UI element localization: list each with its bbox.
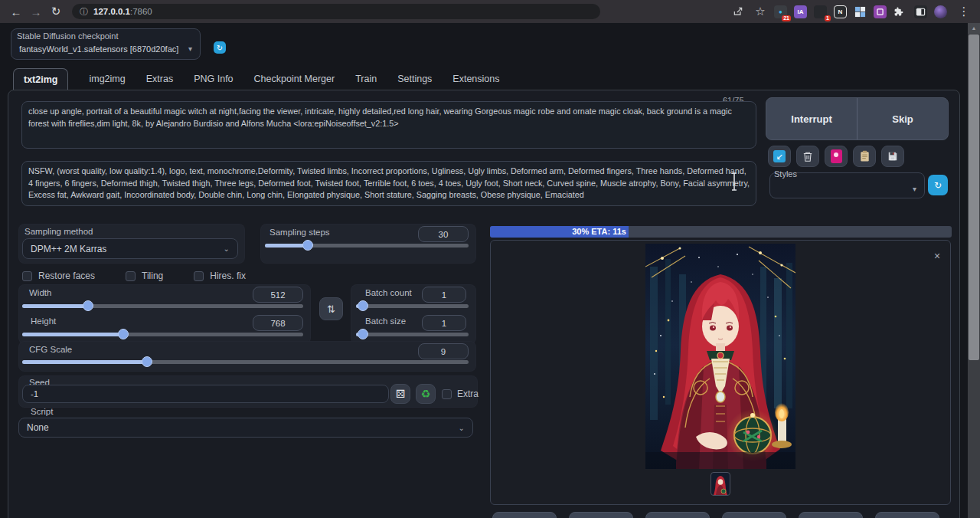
height-label: Height bbox=[31, 316, 56, 326]
styles-label: Styles bbox=[774, 169, 797, 179]
recycle-icon: ♻ bbox=[421, 388, 431, 400]
ext-windows-icon[interactable] bbox=[854, 5, 867, 18]
chevron-down-icon: ▾ bbox=[188, 44, 192, 53]
url-port: :7860 bbox=[130, 7, 152, 16]
sampling-steps-input[interactable]: 30 bbox=[418, 226, 469, 242]
restore-faces-label: Restore faces bbox=[38, 270, 95, 281]
tab-extensions[interactable]: Extensions bbox=[452, 74, 499, 84]
reuse-seed-button[interactable]: ♻ bbox=[416, 384, 436, 404]
random-seed-button[interactable]: ⚄ bbox=[390, 384, 410, 404]
save-style-button[interactable] bbox=[881, 146, 904, 167]
reload-icon[interactable]: ↻ bbox=[46, 5, 66, 18]
site-info-icon[interactable]: ⓘ bbox=[80, 6, 88, 18]
forward-icon[interactable]: → bbox=[26, 5, 46, 18]
negative-prompt-input[interactable]: NSFW, (worst quality, low quality:1.4), … bbox=[28, 166, 750, 202]
text-cursor bbox=[730, 172, 739, 192]
extra-seed-checkbox[interactable] bbox=[442, 389, 452, 399]
share-icon[interactable] bbox=[733, 6, 746, 17]
apply-style-button[interactable] bbox=[853, 146, 876, 167]
ext-badge-one: 1 bbox=[825, 15, 831, 21]
send-to-extras-button[interactable] bbox=[875, 512, 939, 518]
script-label: Script bbox=[31, 407, 53, 416]
sampling-steps-slider[interactable] bbox=[265, 244, 469, 248]
sampling-method-dropdown[interactable]: DPM++ 2M Karras ⌄ bbox=[22, 238, 238, 259]
progress-fill: 30% ETA: 11s bbox=[490, 226, 629, 238]
width-input[interactable]: 512 bbox=[253, 287, 303, 303]
cfg-scale-slider[interactable] bbox=[22, 360, 469, 364]
batch-size-slider[interactable] bbox=[356, 333, 469, 336]
tab-extras[interactable]: Extras bbox=[146, 74, 173, 84]
ext-badge: 21 bbox=[782, 15, 791, 21]
chevron-down-icon: ▾ bbox=[913, 185, 916, 193]
batch-count-input[interactable]: 1 bbox=[422, 287, 466, 303]
gallery-thumbnail[interactable] bbox=[711, 473, 730, 495]
sidebar-toggle-icon[interactable] bbox=[914, 5, 927, 18]
ext-office-icon[interactable] bbox=[874, 5, 887, 18]
extra-seed-label: Extra bbox=[457, 388, 479, 399]
batch-size-input[interactable]: 1 bbox=[422, 315, 466, 331]
zip-button[interactable] bbox=[645, 512, 710, 518]
tab-train[interactable]: Train bbox=[355, 74, 377, 84]
extra-networks-button[interactable] bbox=[825, 146, 848, 167]
ext-pin-icon[interactable]: ●21 bbox=[774, 5, 787, 18]
restore-faces-checkbox[interactable] bbox=[22, 271, 32, 281]
address-bar[interactable]: ⓘ 127.0.0.1:7860 bbox=[72, 4, 600, 19]
height-slider[interactable] bbox=[22, 333, 303, 336]
sampling-method-label: Sampling method bbox=[24, 227, 93, 236]
prompt-input[interactable]: close up angle, portrait of a beautiful … bbox=[28, 106, 750, 144]
back-icon[interactable]: ← bbox=[6, 5, 26, 18]
scrollbar-thumb[interactable] bbox=[969, 34, 979, 360]
extra-seed-row: Extra bbox=[442, 388, 479, 399]
paste-params-button[interactable]: ↙ bbox=[768, 146, 791, 167]
profile-avatar[interactable] bbox=[934, 5, 947, 18]
extensions-puzzle-icon[interactable] bbox=[893, 7, 907, 17]
clear-prompt-button[interactable] bbox=[796, 146, 819, 167]
tab-settings[interactable]: Settings bbox=[397, 74, 432, 84]
width-slider[interactable] bbox=[22, 304, 303, 308]
tiling-checkbox[interactable] bbox=[126, 271, 136, 281]
arrow-down-left-icon: ↙ bbox=[773, 150, 786, 162]
trash-icon bbox=[802, 151, 813, 162]
chevron-down-icon: ⌄ bbox=[459, 424, 465, 432]
dice-icon: ⚄ bbox=[396, 388, 405, 400]
save-button[interactable] bbox=[569, 512, 633, 518]
prompt-field-wrap: close up angle, portrait of a beautiful … bbox=[21, 101, 756, 149]
gallery-action-row bbox=[492, 512, 939, 518]
script-dropdown[interactable]: None ⌄ bbox=[18, 418, 473, 438]
ext-notion-icon[interactable]: N bbox=[834, 5, 847, 18]
url-host: 127.0.0.1 bbox=[93, 7, 130, 16]
tab-png-info[interactable]: PNG Info bbox=[194, 74, 233, 84]
ext-ia-icon[interactable]: IA bbox=[794, 5, 807, 18]
chevron-down-icon: ⌄ bbox=[224, 244, 230, 253]
cfg-scale-input[interactable]: 9 bbox=[418, 343, 469, 359]
hires-fix-checkbox[interactable] bbox=[194, 271, 204, 281]
checkpoint-refresh-button[interactable]: ↻ bbox=[214, 41, 226, 54]
sampling-steps-label: Sampling steps bbox=[270, 228, 330, 237]
swap-dimensions-button[interactable]: ⇅ bbox=[319, 297, 343, 320]
browser-menu-icon[interactable]: ⋮ bbox=[954, 5, 974, 18]
sd-webui-window: ← → ↻ ⓘ 127.0.0.1:7860 ☆ ●21 IA 1 N ⋮ ▲ bbox=[0, 0, 980, 518]
height-input[interactable]: 768 bbox=[253, 315, 303, 331]
scrollbar-up-arrow[interactable]: ▲ bbox=[968, 23, 980, 34]
tab-img2img[interactable]: img2img bbox=[89, 74, 125, 84]
close-gallery-icon[interactable]: × bbox=[934, 250, 940, 262]
ext-dark-icon[interactable]: 1 bbox=[814, 5, 827, 18]
cfg-block bbox=[18, 341, 476, 372]
tab-txt2img[interactable]: txt2img bbox=[13, 68, 68, 90]
open-folder-button[interactable] bbox=[492, 512, 557, 518]
swap-arrows-icon: ⇅ bbox=[327, 303, 335, 315]
batch-count-slider[interactable] bbox=[356, 304, 469, 308]
seed-input[interactable]: -1 bbox=[22, 385, 389, 403]
cfg-scale-label: CFG Scale bbox=[29, 345, 72, 354]
send-to-img2img-button[interactable] bbox=[722, 512, 786, 518]
tab-checkpoint-merger[interactable]: Checkpoint Merger bbox=[254, 74, 335, 84]
send-to-inpaint-button[interactable] bbox=[799, 512, 863, 518]
skip-button[interactable]: Skip bbox=[858, 98, 948, 139]
generated-image[interactable] bbox=[645, 244, 795, 469]
bookmark-star-icon[interactable]: ☆ bbox=[753, 5, 767, 18]
hires-fix-label: Hires. fix bbox=[210, 270, 246, 281]
tiling-label: Tiling bbox=[142, 270, 163, 281]
styles-refresh-button[interactable]: ↻ bbox=[928, 175, 948, 195]
interrupt-button[interactable]: Interrupt bbox=[766, 98, 858, 139]
progress-bar: 30% ETA: 11s bbox=[490, 226, 952, 238]
